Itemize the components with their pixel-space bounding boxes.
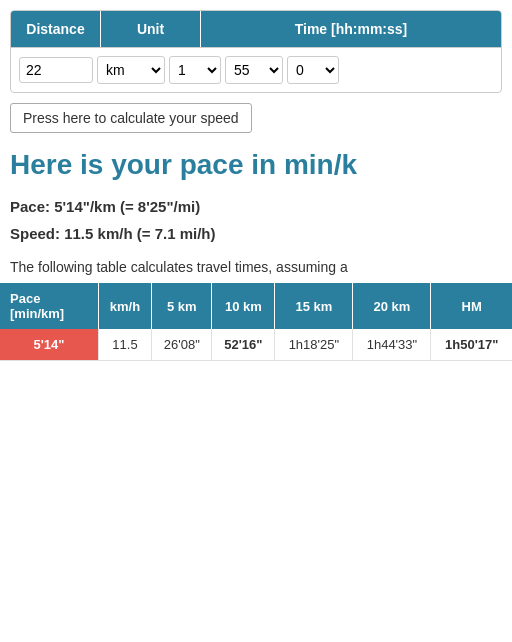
pace-table: Pace[min/km] km/h 5 km 10 km 15 km 20 km… [0, 283, 512, 361]
table-cell-3: 52'16" [212, 329, 275, 361]
input-header: Distance Unit Time [hh:mm:ss] [11, 11, 501, 47]
table-cell-1: 11.5 [98, 329, 151, 361]
th-20km: 20 km [353, 283, 431, 329]
pace-result: Pace: 5'14"/km (= 8'25"/mi) [10, 193, 502, 220]
table-cell-0: 5'14" [0, 329, 98, 361]
unit-header: Unit [101, 11, 201, 47]
time-header: Time [hh:mm:ss] [201, 11, 501, 47]
unit-select[interactable]: km mi m [97, 56, 165, 84]
seconds-select[interactable]: 0 5 10 15 20 25 30 [287, 56, 339, 84]
th-hm: HM [431, 283, 512, 329]
table-cell-2: 26'08" [152, 329, 212, 361]
table-row: 5'14"11.526'08"52'16"1h18'25"1h44'33"1h5… [0, 329, 512, 361]
th-kmh: km/h [98, 283, 151, 329]
table-cell-6: 1h50'17" [431, 329, 512, 361]
calculate-button[interactable]: Press here to calculate your speed [10, 103, 252, 133]
distance-input[interactable] [19, 57, 93, 83]
input-section: Distance Unit Time [hh:mm:ss] km mi m 0 … [10, 10, 502, 93]
th-10km: 10 km [212, 283, 275, 329]
table-description: The following table calculates travel ti… [10, 259, 502, 275]
result-details: Pace: 5'14"/km (= 8'25"/mi) Speed: 11.5 … [10, 193, 502, 247]
calculate-button-wrapper: Press here to calculate your speed [10, 103, 502, 133]
th-pace: Pace[min/km] [0, 283, 98, 329]
th-15km: 15 km [275, 283, 353, 329]
th-5km: 5 km [152, 283, 212, 329]
result-heading: Here is your pace in min/k [10, 149, 502, 181]
distance-header: Distance [11, 11, 101, 47]
table-cell-4: 1h18'25" [275, 329, 353, 361]
table-header-row: Pace[min/km] km/h 5 km 10 km 15 km 20 km… [0, 283, 512, 329]
input-row: km mi m 0 1 2 3 0 5 10 15 20 25 30 35 40… [11, 47, 501, 92]
minutes-select[interactable]: 0 5 10 15 20 25 30 35 40 45 50 55 [225, 56, 283, 84]
hours-select[interactable]: 0 1 2 3 [169, 56, 221, 84]
speed-result: Speed: 11.5 km/h (= 7.1 mi/h) [10, 220, 502, 247]
table-cell-5: 1h44'33" [353, 329, 431, 361]
